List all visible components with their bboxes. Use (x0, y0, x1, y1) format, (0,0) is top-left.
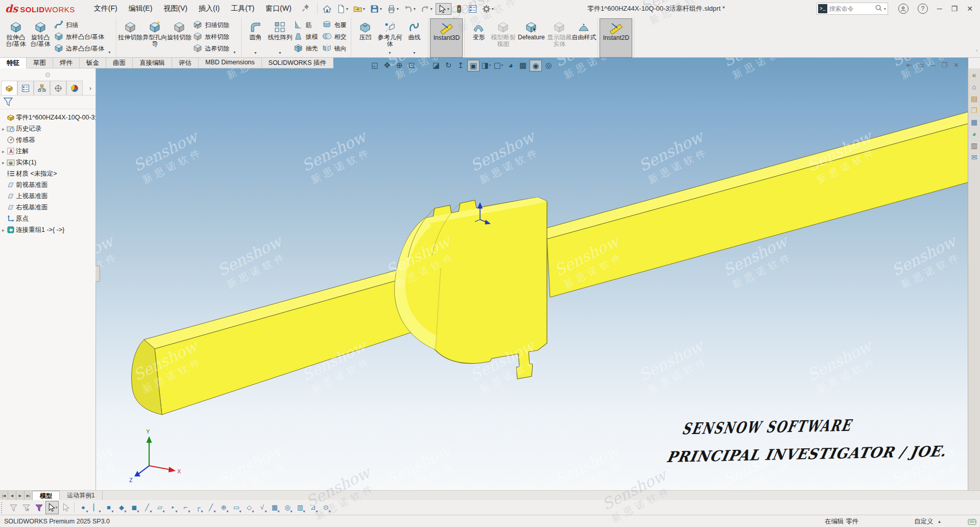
tree-item-注解[interactable]: ▸A注解 (0, 146, 95, 157)
tab-评估[interactable]: 评估 (172, 57, 199, 68)
filter-options-icon[interactable] (20, 501, 32, 514)
ribbon-collapse-icon[interactable]: ˆ (976, 50, 977, 526)
expand-arrow-icon[interactable]: ▸ (0, 126, 7, 132)
tab-直接编辑[interactable]: 直接编辑 (133, 57, 172, 68)
ribbon-loft[interactable]: 放样凸台/基体 (53, 31, 107, 43)
target-snap-icon[interactable]: ⊙▼ (320, 501, 332, 514)
grid-settings-icon[interactable]: ▦▼ (269, 501, 281, 514)
ribbon-hole-wizard[interactable]: 异型孔向导 (142, 18, 167, 56)
plane-snap-icon[interactable]: ▱▼ (154, 501, 166, 514)
model-tab-模型[interactable]: 模型 (33, 491, 60, 500)
tab-草图[interactable]: 草图 (27, 57, 53, 68)
dropdown-caret-icon[interactable]: ▾ (413, 50, 415, 56)
tab-钣金[interactable]: 钣金 (80, 57, 106, 68)
ribbon-instant3d[interactable]: Instant3D (430, 18, 463, 58)
rotate-view-icon[interactable]: ↻ (443, 60, 454, 70)
normal-to-icon[interactable]: ↥ (455, 60, 466, 70)
group-dropdown-caret-icon[interactable]: ▾ (108, 50, 110, 55)
ribbon-sweep-cut[interactable]: 扫描切除 (192, 19, 232, 31)
ribbon-mirror[interactable]: 镜向 (321, 43, 349, 55)
previous-view-icon[interactable]: ⊖ (418, 60, 429, 70)
menu-窗口(W)[interactable]: 窗口(W) (260, 2, 297, 15)
pin-toolbar-icon[interactable] (301, 4, 310, 14)
corner-snap-icon[interactable]: ⌐▼ (179, 501, 192, 514)
dimxpertmanager-tab-icon[interactable] (50, 81, 66, 95)
tab-焊件[interactable]: 焊件 (53, 57, 80, 68)
ribbon-rib[interactable]: 筋 (292, 19, 321, 31)
visibility-icon[interactable]: ◎ (543, 60, 554, 70)
dropdown-caret-icon[interactable]: ▾ (254, 50, 256, 56)
settings-gear-icon[interactable]: ▾ (480, 3, 496, 15)
line-snap-icon[interactable]: ▏▼ (90, 501, 102, 514)
featuremanager-tab-icon[interactable] (1, 81, 17, 95)
propertymanager-tab-icon[interactable] (17, 81, 34, 95)
zoom-in-out-icon[interactable]: ⊕ (394, 60, 405, 70)
search-input[interactable]: 搜索命令 (829, 5, 875, 13)
filter-funnel-icon[interactable] (3, 97, 13, 108)
magnifier-snap-icon[interactable]: ◎▼ (281, 501, 294, 514)
ribbon-boundary[interactable]: 边界凸台/基体 (53, 43, 107, 55)
viewport-3d[interactable]: Senshow新思诺软件Senshow新思诺软件Senshow新思诺软件Sens… (95, 57, 968, 490)
tree-item-零件1^600HZ44X-10Q-00-3活塞杆组件[interactable]: 零件1^600HZ44X-10Q-00-3活塞杆组件 (0, 112, 95, 123)
display-style-icon[interactable]: ◨▾ (481, 60, 492, 70)
ribbon-flex[interactable]: 变形 (466, 18, 491, 56)
command-search[interactable]: >_ 搜索命令 ▾ (817, 3, 888, 15)
restore-icon[interactable]: ❐ (951, 5, 958, 13)
ribbon-instant2d[interactable]: Instant2D (600, 18, 632, 58)
ribbon-wrap[interactable]: 包覆 (321, 19, 349, 31)
tab-曲面[interactable]: 曲面 (106, 57, 133, 68)
zoom-to-fit-icon[interactable]: ◱ (369, 60, 380, 70)
tree-item-实体(1)[interactable]: ▸实体(1) (0, 157, 95, 168)
rebuild-icon[interactable] (452, 3, 465, 15)
menu-文件(F)[interactable]: 文件(F) (88, 2, 123, 15)
menu-插入(I)[interactable]: 插入(I) (193, 2, 225, 15)
edit-appearance-icon[interactable]: ◕ (505, 60, 516, 70)
ribbon-extrude-boss[interactable]: 拉伸凸台/基体 (4, 18, 28, 56)
view-orientation-icon[interactable]: ▣ (467, 60, 480, 71)
help-icon[interactable]: ? (918, 4, 928, 14)
filter-active-icon[interactable] (33, 501, 45, 514)
diagonal-snap-icon[interactable]: ╱▼ (205, 501, 217, 514)
search-icon[interactable] (875, 4, 882, 13)
undo-icon[interactable]: ▾ (402, 3, 418, 15)
redo-icon[interactable]: ▾ (419, 3, 435, 15)
search-caret-icon[interactable]: ▾ (884, 7, 886, 11)
toolbar-grip[interactable] (1, 502, 5, 513)
menu-编辑(E)[interactable]: 编辑(E) (123, 2, 158, 15)
check-measure-icon[interactable]: √▼ (256, 501, 268, 514)
ribbon-indent[interactable]: 压凹 (353, 18, 377, 56)
expand-arrow-icon[interactable]: ▸ (0, 149, 7, 154)
panel-splitter-handle[interactable] (95, 266, 100, 282)
menu-视图(V)[interactable]: 视图(V) (158, 2, 193, 15)
status-tag-icon[interactable] (968, 518, 976, 525)
group-dropdown-caret-icon[interactable]: ▾ (233, 50, 235, 55)
tree-item-上视基准面[interactable]: 上视基准面 (0, 190, 95, 202)
tab-SOLIDWORKS 插件[interactable]: SOLIDWORKS 插件 (262, 57, 333, 68)
dimension-snap-icon[interactable]: ▭▼ (230, 501, 243, 514)
frame-snap-icon[interactable]: ┌▼ (192, 501, 204, 514)
tab-MBD Dimensions[interactable]: MBD Dimensions (199, 57, 262, 68)
sketch-line-icon[interactable]: ╱▼ (141, 501, 153, 514)
tree-item-传感器[interactable]: 传感器 (0, 134, 95, 146)
expand-arrow-icon[interactable]: ▸ (0, 160, 7, 165)
configurationmanager-tab-icon[interactable] (34, 81, 50, 95)
rect-snap-icon[interactable]: ■▼ (103, 501, 115, 514)
feature-triad-icon[interactable] (471, 200, 496, 231)
ribbon-boundary-cut[interactable]: 边界切除 (192, 43, 232, 55)
ribbon-revolve-cut[interactable]: 旋转切除 (167, 18, 192, 56)
account-icon[interactable] (898, 4, 909, 14)
ribbon-intersect[interactable]: 相交 (321, 31, 349, 43)
model-tab-运动算例1[interactable]: 运动算例1 (60, 491, 103, 500)
ribbon-extrude-cut[interactable]: 拉伸切除 (118, 18, 142, 56)
status-custom[interactable]: 自定义▲ (914, 517, 941, 526)
ribbon-revolve-boss[interactable]: 旋转凸台/基体 (28, 18, 53, 56)
tree-item-右视基准面[interactable]: 右视基准面 (0, 202, 95, 213)
clear-filter-icon[interactable] (7, 501, 19, 514)
tree-item-连接重组1 ->{ ->}[interactable]: ▸连接重组1 ->{ ->} (0, 224, 95, 235)
tree-item-材质 <未指定>[interactable]: 材质 <未指定> (0, 168, 95, 179)
zoom-to-area-icon[interactable]: ⊡ (406, 60, 417, 70)
prev-model-tab-icon[interactable]: ◀ (8, 491, 16, 500)
first-model-tab-icon[interactable]: |◀ (0, 491, 8, 500)
ribbon-draft[interactable]: 拔模 (292, 31, 321, 43)
ribbon-shell[interactable]: 抽壳 (292, 43, 321, 55)
